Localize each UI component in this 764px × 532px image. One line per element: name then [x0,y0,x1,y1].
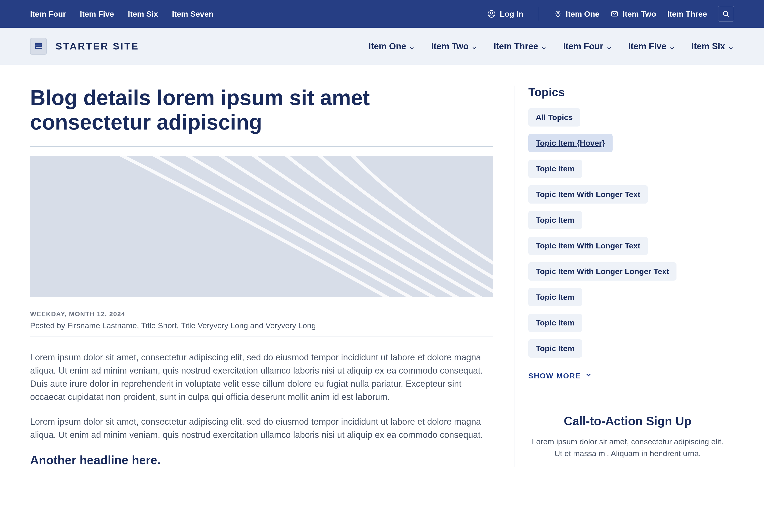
svg-point-4 [723,11,728,16]
chevron-down-icon [585,371,592,380]
nav-item[interactable]: Item Four [563,42,612,51]
page-body: Blog details lorem ipsum sit amet consec… [0,65,764,467]
utility-link[interactable]: Item Two [611,10,656,19]
chevron-down-icon [472,43,478,49]
login-label: Log In [500,10,523,19]
topic-pill[interactable]: Topic Item With Longer Text [528,185,648,203]
nav-item-label: Item Two [431,42,469,51]
search-button[interactable] [718,6,734,22]
topic-pill[interactable]: Topic Item With Longer Text [528,237,648,255]
article-paragraph: Lorem ipsum dolor sit amet, consectetur … [30,415,493,442]
nav-item[interactable]: Item Two [431,42,478,51]
utility-link[interactable]: Item Four [30,10,66,19]
divider [30,336,493,337]
topic-pill[interactable]: Topic Item [528,314,582,332]
article-paragraph: Lorem ipsum dolor sit amet, consectetur … [30,351,493,404]
chevron-down-icon [669,43,675,49]
utility-link[interactable]: Item Five [80,10,114,19]
topic-pill[interactable]: Topic Item [528,288,582,306]
utility-link-label: Item One [566,10,599,19]
utility-link-label: Item Three [667,10,707,19]
divider [30,146,493,147]
utility-link[interactable]: Item Seven [172,10,214,19]
chevron-down-icon [728,43,734,49]
main-nav: Item One Item Two Item Three Item Four I… [369,42,734,51]
utility-right-links: Log In Item One Item Two Item Three [487,6,734,22]
topic-pill[interactable]: Topic Item With Longer Longer Text [528,262,676,281]
show-more-label: SHOW MORE [528,372,581,380]
chevron-down-icon [409,43,415,49]
topic-pill[interactable]: Topic Item [528,160,582,178]
login-link[interactable]: Log In [487,10,523,19]
nav-item-label: Item One [369,42,406,51]
topic-pill[interactable]: Topic Item {Hover} [528,134,613,152]
mail-icon [611,10,618,18]
main-nav-bar: STARTER SITE Item One Item Two Item Thre… [0,28,764,65]
svg-rect-5 [30,156,493,297]
utility-link[interactable]: Item One [554,10,599,19]
cta-body: Lorem ipsum dolor sit amet, consectetur … [528,436,727,460]
topic-pill[interactable]: Topic Item [528,339,582,357]
user-circle-icon [487,10,496,18]
nav-item[interactable]: Item Six [691,42,734,51]
nav-item-label: Item Four [563,42,603,51]
topics-heading: Topics [528,85,727,99]
topics-list: All Topics Topic Item {Hover} Topic Item… [528,108,727,357]
topic-pill[interactable]: Topic Item [528,211,582,229]
svg-point-1 [490,12,493,14]
nav-item[interactable]: Item One [369,42,415,51]
utility-link[interactable]: Item Three [667,10,707,19]
utility-separator [539,7,539,21]
chevron-down-icon [606,43,612,49]
divider [528,397,727,397]
chevron-down-icon [541,43,547,49]
nav-item[interactable]: Item Five [628,42,675,51]
nav-item-label: Item Three [493,42,538,51]
search-icon [722,10,730,18]
brand[interactable]: STARTER SITE [30,38,139,55]
cta-title: Call-to-Action Sign Up [528,414,727,428]
byline-author-link[interactable]: Firsname Lastname, Title Short, Title Ve… [67,321,316,330]
article: Blog details lorem ipsum sit amet consec… [30,85,493,467]
svg-point-2 [557,13,559,14]
nav-item-label: Item Five [628,42,667,51]
brand-logo-icon [30,38,47,55]
article-byline: Posted by Firsname Lastname, Title Short… [30,321,493,330]
article-date: WEEKDAY, MONTH 12, 2024 [30,311,493,318]
utility-link[interactable]: Item Six [128,10,158,19]
topic-pill[interactable]: All Topics [528,108,580,127]
show-more-button[interactable]: SHOW MORE [528,371,727,380]
utility-bar: Item Four Item Five Item Six Item Seven … [0,0,764,28]
utility-left-links: Item Four Item Five Item Six Item Seven [30,10,213,19]
map-pin-icon [554,10,562,18]
hero-image [30,156,493,297]
utility-link-label: Item Two [623,10,656,19]
byline-prefix: Posted by [30,321,67,330]
nav-item[interactable]: Item Three [493,42,547,51]
article-title: Blog details lorem ipsum sit amet consec… [30,85,493,135]
article-subheading: Another headline here. [30,453,493,467]
nav-item-label: Item Six [691,42,725,51]
sidebar: Topics All Topics Topic Item {Hover} Top… [514,85,727,467]
brand-name: STARTER SITE [56,41,139,52]
